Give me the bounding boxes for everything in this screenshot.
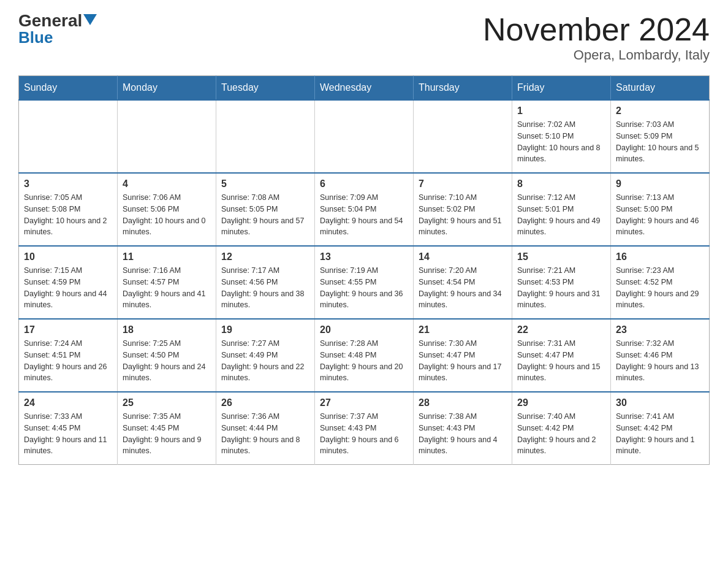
day-number: 6 [320, 178, 408, 190]
calendar-week-5: 24Sunrise: 7:33 AMSunset: 4:45 PMDayligh… [19, 392, 710, 465]
day-number: 9 [616, 178, 704, 190]
day-info: Sunrise: 7:33 AMSunset: 4:45 PMDaylight:… [24, 411, 112, 457]
day-number: 14 [419, 251, 507, 262]
calendar-week-4: 17Sunrise: 7:24 AMSunset: 4:51 PMDayligh… [19, 319, 710, 392]
calendar-cell: 7Sunrise: 7:10 AMSunset: 5:02 PMDaylight… [414, 173, 512, 246]
calendar-cell: 18Sunrise: 7:25 AMSunset: 4:50 PMDayligh… [118, 319, 216, 392]
day-number: 1 [517, 105, 605, 117]
day-number: 16 [616, 251, 704, 262]
day-info: Sunrise: 7:20 AMSunset: 4:54 PMDaylight:… [419, 265, 507, 311]
calendar-cell: 27Sunrise: 7:37 AMSunset: 4:43 PMDayligh… [315, 392, 414, 465]
calendar-cell: 23Sunrise: 7:32 AMSunset: 4:46 PMDayligh… [611, 319, 710, 392]
calendar-cell: 22Sunrise: 7:31 AMSunset: 4:47 PMDayligh… [512, 319, 611, 392]
location: Opera, Lombardy, Italy [483, 47, 710, 63]
month-title: November 2024 [483, 12, 710, 47]
day-info: Sunrise: 7:05 AMSunset: 5:08 PMDaylight:… [24, 192, 112, 238]
day-info: Sunrise: 7:13 AMSunset: 5:00 PMDaylight:… [616, 192, 704, 238]
day-of-week-thursday: Thursday [414, 76, 512, 101]
calendar-cell: 19Sunrise: 7:27 AMSunset: 4:49 PMDayligh… [216, 319, 315, 392]
day-number: 22 [517, 324, 605, 335]
calendar-cell: 30Sunrise: 7:41 AMSunset: 4:42 PMDayligh… [611, 392, 710, 465]
calendar-cell: 15Sunrise: 7:21 AMSunset: 4:53 PMDayligh… [512, 246, 611, 319]
title-block: November 2024 Opera, Lombardy, Italy [483, 12, 710, 63]
logo-blue-text: Blue [18, 28, 53, 47]
calendar-cell: 1Sunrise: 7:02 AMSunset: 5:10 PMDaylight… [512, 100, 611, 173]
logo: General Blue [18, 12, 97, 47]
day-info: Sunrise: 7:10 AMSunset: 5:02 PMDaylight:… [419, 192, 507, 238]
day-number: 12 [221, 251, 309, 262]
calendar-cell: 17Sunrise: 7:24 AMSunset: 4:51 PMDayligh… [19, 319, 118, 392]
day-info: Sunrise: 7:28 AMSunset: 4:48 PMDaylight:… [320, 338, 408, 384]
day-of-week-sunday: Sunday [19, 76, 118, 101]
day-info: Sunrise: 7:37 AMSunset: 4:43 PMDaylight:… [320, 411, 408, 457]
calendar-cell: 25Sunrise: 7:35 AMSunset: 4:45 PMDayligh… [118, 392, 216, 465]
day-number: 20 [320, 324, 408, 335]
calendar-cell: 24Sunrise: 7:33 AMSunset: 4:45 PMDayligh… [19, 392, 118, 465]
calendar-cell: 14Sunrise: 7:20 AMSunset: 4:54 PMDayligh… [414, 246, 512, 319]
calendar-cell: 2Sunrise: 7:03 AMSunset: 5:09 PMDaylight… [611, 100, 710, 173]
day-info: Sunrise: 7:21 AMSunset: 4:53 PMDaylight:… [517, 265, 605, 311]
calendar-cell: 6Sunrise: 7:09 AMSunset: 5:04 PMDaylight… [315, 173, 414, 246]
calendar-cell: 10Sunrise: 7:15 AMSunset: 4:59 PMDayligh… [19, 246, 118, 319]
day-number: 23 [616, 324, 704, 335]
day-number: 17 [24, 324, 112, 335]
day-number: 30 [616, 397, 704, 408]
day-number: 27 [320, 397, 408, 408]
day-of-week-tuesday: Tuesday [216, 76, 315, 101]
calendar-week-1: 1Sunrise: 7:02 AMSunset: 5:10 PMDaylight… [19, 100, 710, 173]
day-number: 2 [616, 105, 704, 117]
calendar-cell: 29Sunrise: 7:40 AMSunset: 4:42 PMDayligh… [512, 392, 611, 465]
day-number: 25 [123, 397, 211, 408]
day-info: Sunrise: 7:02 AMSunset: 5:10 PMDaylight:… [517, 119, 605, 165]
day-info: Sunrise: 7:38 AMSunset: 4:43 PMDaylight:… [419, 411, 507, 457]
day-info: Sunrise: 7:19 AMSunset: 4:55 PMDaylight:… [320, 265, 408, 311]
day-info: Sunrise: 7:03 AMSunset: 5:09 PMDaylight:… [616, 119, 704, 165]
calendar-cell: 20Sunrise: 7:28 AMSunset: 4:48 PMDayligh… [315, 319, 414, 392]
calendar-week-2: 3Sunrise: 7:05 AMSunset: 5:08 PMDaylight… [19, 173, 710, 246]
day-info: Sunrise: 7:27 AMSunset: 4:49 PMDaylight:… [221, 338, 309, 384]
day-number: 28 [419, 397, 507, 408]
calendar-cell: 8Sunrise: 7:12 AMSunset: 5:01 PMDaylight… [512, 173, 611, 246]
calendar-cell: 9Sunrise: 7:13 AMSunset: 5:00 PMDaylight… [611, 173, 710, 246]
day-number: 3 [24, 178, 112, 190]
day-number: 5 [221, 178, 309, 190]
day-info: Sunrise: 7:35 AMSunset: 4:45 PMDaylight:… [123, 411, 211, 457]
calendar-cell: 11Sunrise: 7:16 AMSunset: 4:57 PMDayligh… [118, 246, 216, 319]
day-number: 15 [517, 251, 605, 262]
day-number: 18 [123, 324, 211, 335]
day-info: Sunrise: 7:31 AMSunset: 4:47 PMDaylight:… [517, 338, 605, 384]
calendar-cell [216, 100, 315, 173]
day-of-week-saturday: Saturday [611, 76, 710, 101]
calendar-cell [315, 100, 414, 173]
day-info: Sunrise: 7:32 AMSunset: 4:46 PMDaylight:… [616, 338, 704, 384]
day-info: Sunrise: 7:06 AMSunset: 5:06 PMDaylight:… [123, 192, 211, 238]
page-header: General Blue November 2024 Opera, Lombar… [18, 12, 710, 63]
calendar-cell: 3Sunrise: 7:05 AMSunset: 5:08 PMDaylight… [19, 173, 118, 246]
day-info: Sunrise: 7:23 AMSunset: 4:52 PMDaylight:… [616, 265, 704, 311]
calendar-cell: 12Sunrise: 7:17 AMSunset: 4:56 PMDayligh… [216, 246, 315, 319]
day-number: 29 [517, 397, 605, 408]
day-number: 4 [123, 178, 211, 190]
day-number: 8 [517, 178, 605, 190]
day-number: 24 [24, 397, 112, 408]
day-of-week-wednesday: Wednesday [315, 76, 414, 101]
svg-marker-0 [83, 14, 97, 25]
day-info: Sunrise: 7:40 AMSunset: 4:42 PMDaylight:… [517, 411, 605, 457]
day-info: Sunrise: 7:41 AMSunset: 4:42 PMDaylight:… [616, 411, 704, 457]
day-number: 13 [320, 251, 408, 262]
day-info: Sunrise: 7:17 AMSunset: 4:56 PMDaylight:… [221, 265, 309, 311]
day-of-week-friday: Friday [512, 76, 611, 101]
calendar-table: SundayMondayTuesdayWednesdayThursdayFrid… [18, 75, 710, 465]
day-info: Sunrise: 7:08 AMSunset: 5:05 PMDaylight:… [221, 192, 309, 238]
day-number: 26 [221, 397, 309, 408]
calendar-cell [414, 100, 512, 173]
day-info: Sunrise: 7:09 AMSunset: 5:04 PMDaylight:… [320, 192, 408, 238]
calendar-cell: 26Sunrise: 7:36 AMSunset: 4:44 PMDayligh… [216, 392, 315, 465]
day-number: 21 [419, 324, 507, 335]
calendar-cell: 13Sunrise: 7:19 AMSunset: 4:55 PMDayligh… [315, 246, 414, 319]
day-info: Sunrise: 7:16 AMSunset: 4:57 PMDaylight:… [123, 265, 211, 311]
day-info: Sunrise: 7:12 AMSunset: 5:01 PMDaylight:… [517, 192, 605, 238]
day-info: Sunrise: 7:25 AMSunset: 4:50 PMDaylight:… [123, 338, 211, 384]
day-info: Sunrise: 7:15 AMSunset: 4:59 PMDaylight:… [24, 265, 112, 311]
day-info: Sunrise: 7:30 AMSunset: 4:47 PMDaylight:… [419, 338, 507, 384]
